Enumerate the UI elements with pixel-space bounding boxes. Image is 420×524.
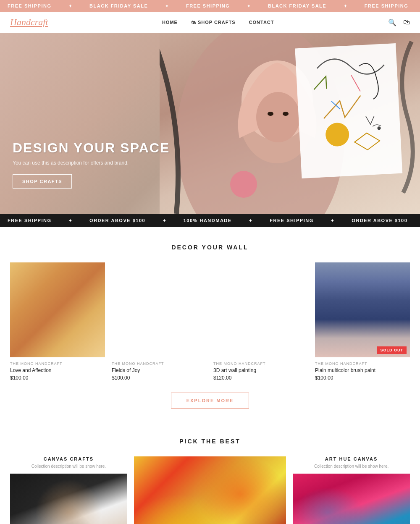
product-card-4[interactable]: SOLD OUT THE MONO HANDCRAFT Plain multic…	[315, 262, 410, 381]
decor-section: DECOR YOUR WALL THE MONO HANDCRAFT Love …	[0, 227, 420, 425]
promo-item: BLACK FRIDAY SALE	[268, 3, 326, 8]
svg-rect-6	[295, 43, 402, 178]
promo2-dot: ✦	[249, 218, 253, 223]
product-card-3[interactable]: THE MONO HANDCRAFT 3D art wall painting …	[213, 262, 308, 381]
pick-grid: CANVAS CRAFTS Collection description wil…	[10, 456, 410, 524]
svg-point-4	[268, 112, 273, 116]
svg-point-5	[283, 112, 289, 116]
nav-links: HOME 🛍 SHOP CRAFTS CONTACT	[162, 20, 274, 25]
promo-item: FREE SHIPPING	[186, 3, 230, 8]
promo-bar-top: FREE SHIPPING ✦ BLACK FRIDAY SALE ✦ FREE…	[0, 0, 420, 12]
pick-card-canvas-desc: Collection description will be show here…	[10, 464, 127, 469]
hero-figure	[160, 33, 420, 214]
pick-section: PICK THE BEST CANVAS CRAFTS Collection d…	[0, 425, 420, 524]
product-image-multi	[315, 262, 410, 357]
logo[interactable]: Handcraft	[10, 17, 48, 28]
product-image-wrap-4: SOLD OUT	[315, 262, 410, 357]
product-card-2[interactable]: THE MONO HANDCRAFT Fields of Joy $100.00	[112, 262, 207, 381]
hero-description: You can use this as description for offe…	[13, 160, 170, 166]
product-brand-2: THE MONO HANDCRAFT	[112, 362, 207, 366]
pick-image-canvas	[10, 474, 127, 524]
promo2-item: FREE SHIPPING	[8, 218, 51, 223]
promo-dot: ✦	[344, 4, 348, 8]
pick-image-hue	[293, 474, 410, 524]
nav-icons: 🔍 🛍	[388, 18, 410, 26]
promo2-dot: ✦	[163, 218, 167, 223]
promo2-item: ORDER ABOVE $100	[352, 218, 407, 223]
product-name-3: 3D art wall painting	[213, 367, 308, 373]
promo2-dot: ✦	[68, 218, 73, 223]
svg-point-3	[256, 92, 300, 142]
promo-dot: ✦	[165, 4, 169, 8]
promo-item: FREE SHIPPING	[365, 3, 408, 8]
search-icon[interactable]: 🔍	[388, 18, 396, 26]
hero-content: DESIGN YOUR SPACE You can use this as de…	[13, 140, 170, 189]
hero-section: DESIGN YOUR SPACE You can use this as de…	[0, 33, 420, 214]
promo-item: BLACK FRIDAY SALE	[89, 3, 148, 8]
promo2-item: 100% HANDMADE	[184, 218, 232, 223]
product-image-wrap-1	[10, 262, 105, 357]
pick-card-hue-title: ART HUE CANVAS	[293, 456, 410, 461]
nav-contact[interactable]: CONTACT	[249, 20, 274, 25]
nav-home[interactable]: HOME	[162, 20, 178, 25]
svg-point-10	[230, 171, 257, 198]
sold-out-badge: SOLD OUT	[377, 346, 407, 354]
promo-dot: ✦	[68, 4, 73, 8]
pick-card-canvas-title: CANVAS CRAFTS	[10, 456, 127, 461]
cart-icon[interactable]: 🛍	[403, 18, 410, 26]
pick-card-middle[interactable]	[134, 456, 286, 524]
product-brand-3: THE MONO HANDCRAFT	[213, 362, 308, 366]
nav-shop-crafts[interactable]: 🛍 SHOP CRAFTS	[191, 20, 236, 25]
pick-card-canvas[interactable]: CANVAS CRAFTS Collection description wil…	[10, 456, 127, 524]
explore-more-button[interactable]: EXPLORE MORE	[171, 393, 249, 409]
hero-shop-button[interactable]: SHOP CRAFTS	[13, 174, 72, 189]
explore-btn-wrap: EXPLORE MORE	[10, 393, 410, 409]
nav-shop-crafts-label: SHOP CRAFTS	[198, 20, 236, 25]
product-image-love	[10, 262, 105, 357]
promo2-dot: ✦	[331, 218, 335, 223]
promo-bar-secondary: FREE SHIPPING ✦ ORDER ABOVE $100 ✦ 100% …	[0, 214, 420, 227]
product-price-2: $100.00	[112, 375, 207, 381]
product-name-1: Love and Affection	[10, 367, 105, 373]
product-card-1[interactable]: THE MONO HANDCRAFT Love and Affection $1…	[10, 262, 105, 381]
product-brand-1: THE MONO HANDCRAFT	[10, 362, 105, 366]
promo-item: FREE SHIPPING	[8, 3, 51, 8]
hero-title: DESIGN YOUR SPACE	[13, 140, 170, 156]
products-grid: THE MONO HANDCRAFT Love and Affection $1…	[10, 262, 410, 381]
product-brand-4: THE MONO HANDCRAFT	[315, 362, 410, 366]
pick-image-middle	[134, 456, 286, 524]
product-image-wrap-2	[112, 262, 207, 357]
promo2-item: FREE SHIPPING	[270, 218, 313, 223]
product-price-4: $100.00	[315, 375, 410, 381]
product-name-4: Plain multicolor brush paint	[315, 367, 410, 373]
product-image-wrap-3	[213, 262, 308, 357]
shop-emoji: 🛍	[191, 20, 196, 25]
product-name-2: Fields of Joy	[112, 367, 207, 373]
decor-section-title: DECOR YOUR WALL	[10, 244, 410, 251]
product-price-1: $100.00	[10, 375, 105, 381]
pick-card-hue-desc: Collection description will be show here…	[293, 464, 410, 469]
pick-card-hue[interactable]: ART HUE CANVAS Collection description wi…	[293, 456, 410, 524]
product-price-3: $120.00	[213, 375, 308, 381]
hero-art-svg	[160, 33, 420, 214]
pick-section-title: PICK THE BEST	[10, 438, 410, 445]
promo2-item: ORDER ABOVE $100	[89, 218, 145, 223]
navbar: Handcraft HOME 🛍 SHOP CRAFTS CONTACT 🔍 🛍	[0, 12, 420, 33]
promo-dot: ✦	[247, 4, 251, 8]
